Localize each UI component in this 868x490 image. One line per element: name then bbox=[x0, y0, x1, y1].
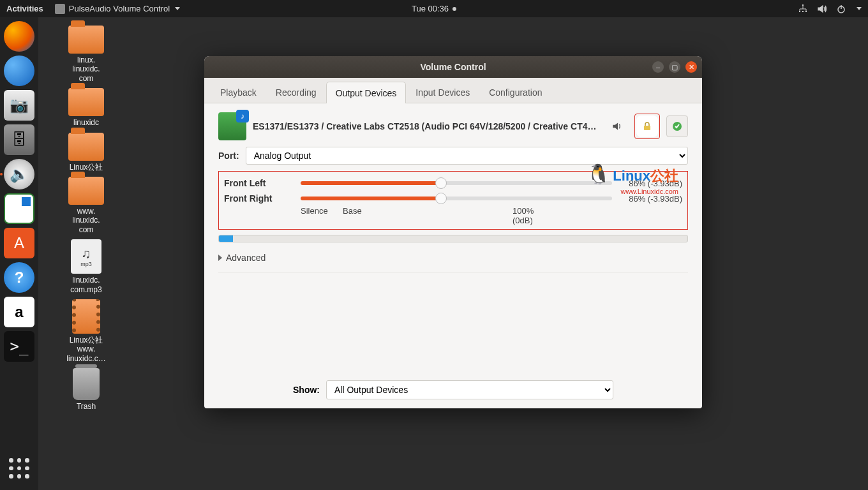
tab-content: ES1371/ES1373 / Creative Labs CT2518 (Au… bbox=[204, 103, 702, 371]
app-menu-icon bbox=[55, 4, 65, 14]
dock-ubuntu-software[interactable]: A bbox=[4, 228, 34, 258]
channel-readout: 86% (-3.93dB) bbox=[612, 179, 682, 188]
desktop-mp3-file[interactable]: ♫mp3linuxidc. com.mp3 bbox=[51, 239, 121, 294]
sound-card-icon bbox=[218, 112, 246, 140]
clock-label: Tue 00:36 bbox=[412, 4, 449, 13]
app-menu[interactable]: PulseAudio Volume Control bbox=[55, 4, 180, 14]
slider-thumb[interactable] bbox=[435, 193, 447, 204]
dock-files[interactable]: 🗄 bbox=[4, 124, 34, 155]
volume-icon[interactable] bbox=[817, 4, 827, 14]
chevron-down-icon bbox=[175, 7, 180, 10]
chevron-down-icon[interactable] bbox=[857, 7, 862, 10]
desktop-video-file[interactable]: Linux公社 www. linuxidc.c… bbox=[51, 299, 121, 363]
advanced-label: Advanced bbox=[226, 253, 266, 263]
dock-rhythmbox[interactable]: 🔈 bbox=[4, 159, 34, 189]
slider-thumb[interactable] bbox=[435, 177, 447, 189]
port-row: Port: Analog Output bbox=[218, 147, 688, 165]
channel-row-front-left: Front Left 86% (-3.93dB) bbox=[224, 175, 682, 191]
tick-base: Base bbox=[343, 206, 385, 225]
desktop-icons: linux. linuxidc. com linuxidc Linux公社 ww… bbox=[51, 26, 121, 411]
svg-rect-2 bbox=[802, 11, 804, 12]
set-default-button[interactable] bbox=[666, 115, 688, 137]
folder-icon bbox=[68, 177, 104, 205]
desktop-folder[interactable]: linux. linuxidc. com bbox=[51, 26, 121, 83]
channel-label: Front Left bbox=[224, 178, 301, 188]
dock-terminal[interactable]: >_ bbox=[4, 331, 34, 362]
volume-control-window: Volume Control – ▢ ✕ Playback Recording … bbox=[204, 56, 702, 408]
tab-output-devices[interactable]: Output Devices bbox=[326, 82, 407, 103]
volume-slider-front-right[interactable] bbox=[301, 197, 612, 200]
dock-libreoffice-writer[interactable] bbox=[4, 193, 34, 224]
window-title: Volume Control bbox=[420, 62, 486, 72]
folder-icon bbox=[68, 133, 104, 161]
tab-playback[interactable]: Playback bbox=[211, 81, 266, 103]
folder-icon bbox=[68, 88, 104, 116]
desktop-folder[interactable]: linuxidc bbox=[51, 88, 121, 127]
tab-input-devices[interactable]: Input Devices bbox=[406, 81, 479, 103]
clock[interactable]: Tue 00:36 bbox=[412, 4, 456, 13]
channel-readout: 86% (-3.93dB) bbox=[612, 194, 682, 204]
activities-button[interactable]: Activities bbox=[6, 4, 43, 13]
channel-row-front-right: Front Right 86% (-3.93dB) bbox=[224, 191, 682, 206]
desktop-trash[interactable]: Trash bbox=[51, 368, 121, 411]
tab-bar: Playback Recording Output Devices Input … bbox=[204, 78, 702, 103]
notification-dot-icon bbox=[453, 7, 456, 11]
network-icon[interactable] bbox=[798, 4, 808, 14]
device-header: ES1371/ES1373 / Creative Labs CT2518 (Au… bbox=[218, 112, 688, 140]
top-panel: Activities PulseAudio Volume Control Tue… bbox=[0, 0, 868, 17]
mute-button[interactable] bbox=[606, 115, 628, 137]
video-file-icon bbox=[72, 299, 100, 334]
bottom-bar: Show: All Output Devices bbox=[204, 371, 702, 408]
app-menu-label: PulseAudio Volume Control bbox=[69, 4, 170, 13]
expander-triangle-icon bbox=[218, 255, 222, 261]
svg-rect-0 bbox=[802, 4, 804, 6]
channel-label: Front Right bbox=[224, 193, 301, 204]
window-maximize-button[interactable]: ▢ bbox=[669, 61, 680, 73]
show-applications-button[interactable] bbox=[4, 453, 34, 484]
folder-icon bbox=[68, 26, 104, 54]
slider-ticks: Silence Base 100% (0dB) bbox=[301, 206, 682, 225]
lock-channels-button[interactable] bbox=[636, 115, 658, 137]
trash-icon bbox=[73, 368, 100, 400]
desktop-folder[interactable]: www. linuxidc. com bbox=[51, 177, 121, 234]
window-titlebar[interactable]: Volume Control – ▢ ✕ bbox=[204, 56, 702, 78]
audio-file-icon: ♫mp3 bbox=[71, 239, 101, 274]
dock-thunderbird[interactable] bbox=[4, 56, 34, 86]
svg-rect-6 bbox=[644, 126, 650, 130]
window-close-button[interactable]: ✕ bbox=[685, 61, 697, 73]
tab-recording[interactable]: Recording bbox=[266, 81, 326, 103]
dock-amazon[interactable]: a bbox=[4, 297, 34, 327]
dock: 📷 🗄 🔈 A ? a >_ bbox=[0, 17, 38, 490]
show-label: Show: bbox=[293, 385, 320, 395]
channel-sliders-highlight: Front Left 86% (-3.93dB) Front Right 86%… bbox=[218, 171, 688, 230]
port-label: Port: bbox=[218, 151, 239, 161]
dock-help[interactable]: ? bbox=[4, 262, 34, 293]
tick-silence: Silence bbox=[301, 206, 343, 225]
advanced-expander[interactable]: Advanced bbox=[218, 250, 688, 272]
lock-channels-highlight bbox=[634, 114, 660, 139]
tick-100: 100% (0dB) bbox=[513, 206, 555, 225]
device-name: ES1371/ES1373 / Creative Labs CT2518 (Au… bbox=[253, 121, 600, 131]
dock-firefox[interactable] bbox=[4, 21, 34, 52]
show-select[interactable]: All Output Devices bbox=[326, 380, 613, 399]
volume-slider-front-left[interactable] bbox=[301, 181, 612, 185]
tab-configuration[interactable]: Configuration bbox=[479, 81, 551, 103]
window-minimize-button[interactable]: – bbox=[652, 61, 664, 73]
vu-meter bbox=[218, 235, 688, 242]
power-icon[interactable] bbox=[836, 4, 846, 14]
port-select[interactable]: Analog Output bbox=[246, 147, 688, 165]
desktop-folder[interactable]: Linux公社 bbox=[51, 133, 121, 172]
dock-camera[interactable]: 📷 bbox=[4, 90, 34, 121]
